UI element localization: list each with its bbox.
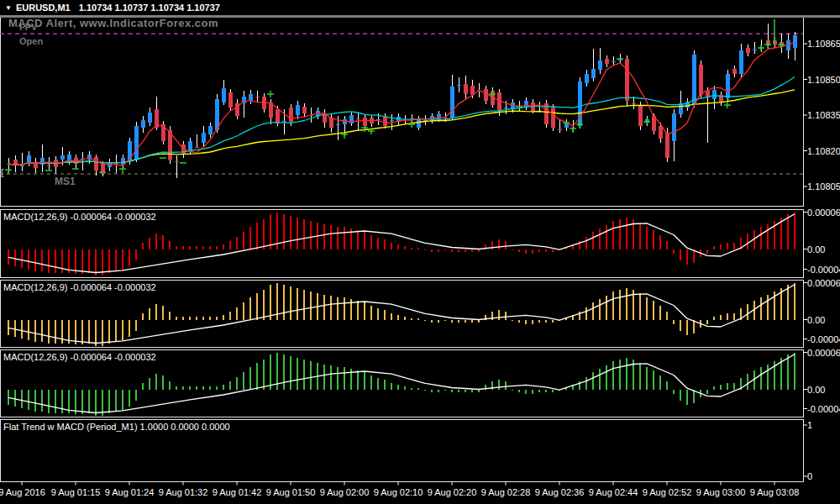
- flat-trend-axis-label: 1: [807, 420, 812, 430]
- time-axis-label: 9 Aug 02:44: [584, 487, 643, 497]
- price-axis-label: 1.10835: [807, 110, 840, 120]
- macd-panel-3-label: MACD(12,26,9) -0.000064 -0.000032: [3, 352, 156, 362]
- time-axis-label: 9 Aug 01:42: [207, 487, 266, 497]
- macd-axis-label: 0.00: [807, 315, 825, 325]
- macd-axis-label: -0.000048: [807, 265, 840, 275]
- time-axis-label: 9 Aug 03:08: [745, 487, 804, 497]
- macd-panel-1-label: MACD(12,26,9) -0.000064 -0.000032: [3, 212, 156, 222]
- macd-axis-label: 0.00: [807, 385, 825, 395]
- watermark-text: MACD Alert, www.IndicatorForex.com: [8, 17, 218, 29]
- mt4-chart-window: ▼ EURUSD,M1 1.10734 1.10737 1.10734 1.10…: [0, 0, 840, 504]
- price-axis-label: 1.10850: [807, 75, 840, 85]
- time-axis-label: 9 Aug 02:10: [369, 487, 428, 497]
- macd-axis-label: -0.000048: [807, 334, 840, 344]
- main-chart-plot[interactable]: [0, 18, 803, 207]
- ms1-level-label: MS1: [55, 176, 76, 187]
- time-axis-label: 9 Aug 02:20: [423, 487, 481, 497]
- open-level-label: Open: [19, 36, 43, 46]
- price-axis-label: 1.10865: [807, 39, 840, 49]
- macd-axis-label: 0.000069: [807, 207, 840, 218]
- time-axis-label: 9 Aug 03:00: [691, 487, 750, 497]
- macd-panel-2-label: MACD(12,26,9) -0.000064 -0.000032: [3, 282, 156, 292]
- price-axis-label: 1.10805: [807, 181, 840, 192]
- time-axis-label: 9 Aug 01:32: [154, 487, 213, 497]
- time-axis-label: 9 Aug 2016: [0, 487, 51, 497]
- macd-axis-label: 0.000069: [807, 348, 840, 358]
- fpv-level-label: FPV: [19, 22, 37, 32]
- flat-trend-axis-label: 0: [807, 471, 812, 481]
- price-axis-label: 1.10820: [807, 146, 840, 156]
- time-axis-label: 9 Aug 01:15: [46, 487, 105, 497]
- macd-axis-label: 0.00: [807, 244, 825, 255]
- time-axis-label: 9 Aug 01:24: [100, 487, 159, 497]
- flat-trend-panel-label: Flat Trend w MACD (Period_M1) 1.0000 0.0…: [3, 422, 230, 432]
- time-axis-label: 9 Aug 01:50: [261, 487, 320, 497]
- macd-axis-label: -0.000048: [807, 404, 840, 414]
- time-axis-label: 9 Aug 02:28: [476, 487, 535, 497]
- macd-axis-label: 0.000069: [807, 278, 840, 288]
- time-axis-label: 9 Aug 02:36: [530, 487, 589, 497]
- time-axis-label: 9 Aug 02:52: [638, 487, 696, 497]
- time-axis-label: 9 Aug 02:00: [315, 487, 374, 497]
